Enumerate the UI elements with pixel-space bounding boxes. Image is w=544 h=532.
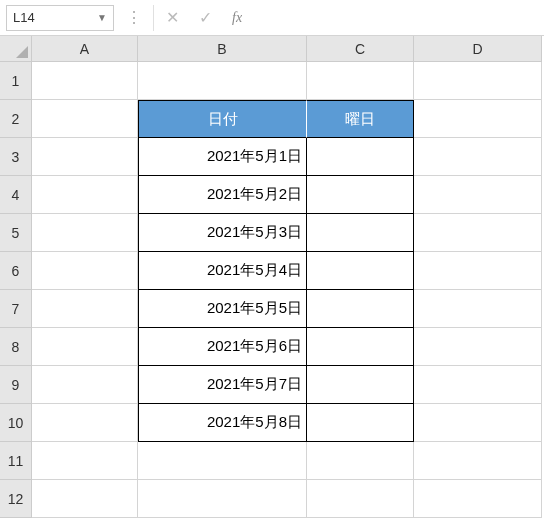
cell-date-1[interactable]: 2021年5月2日 (138, 176, 307, 214)
cell-weekday-6[interactable] (307, 366, 414, 404)
cell-a12[interactable] (32, 480, 138, 518)
cell-d9[interactable] (414, 366, 542, 404)
formula-input[interactable] (262, 5, 538, 31)
cell-a10[interactable] (32, 404, 138, 442)
cell-d6[interactable] (414, 252, 542, 290)
cell-weekday-2[interactable] (307, 214, 414, 252)
name-box-dropdown-icon[interactable]: ▼ (97, 12, 107, 23)
cell-date-2[interactable]: 2021年5月3日 (138, 214, 307, 252)
cell-a9[interactable] (32, 366, 138, 404)
row-header-6[interactable]: 6 (0, 252, 32, 290)
cell-d8[interactable] (414, 328, 542, 366)
table-header-weekday[interactable]: 曜日 (307, 100, 414, 138)
grid-row-2: 日付 曜日 (32, 100, 542, 138)
cancel-icon[interactable]: ✕ (166, 8, 179, 27)
row-header-1[interactable]: 1 (0, 62, 32, 100)
cell-c1[interactable] (307, 62, 414, 100)
row-header-11[interactable]: 11 (0, 442, 32, 480)
grid-row-10: 2021年5月8日 (32, 404, 542, 442)
row-header-2[interactable]: 2 (0, 100, 32, 138)
cell-date-7[interactable]: 2021年5月8日 (138, 404, 307, 442)
cell-c11[interactable] (307, 442, 414, 480)
cell-d7[interactable] (414, 290, 542, 328)
grid-row-3: 2021年5月1日 (32, 138, 542, 176)
col-header-a[interactable]: A (32, 36, 138, 62)
row-header-5[interactable]: 5 (0, 214, 32, 252)
cell-a6[interactable] (32, 252, 138, 290)
cell-a11[interactable] (32, 442, 138, 480)
cell-grid: 日付 曜日 2021年5月1日 2021年5月2日 2021年5月3日 2021… (32, 62, 542, 518)
cell-b1[interactable] (138, 62, 307, 100)
row-header-4[interactable]: 4 (0, 176, 32, 214)
row-header-12[interactable]: 12 (0, 480, 32, 518)
grid-row-7: 2021年5月5日 (32, 290, 542, 328)
cell-a1[interactable] (32, 62, 138, 100)
cell-a5[interactable] (32, 214, 138, 252)
col-header-b[interactable]: B (138, 36, 307, 62)
cell-weekday-4[interactable] (307, 290, 414, 328)
cell-weekday-0[interactable] (307, 138, 414, 176)
cell-a4[interactable] (32, 176, 138, 214)
grid-row-11 (32, 442, 542, 480)
cell-date-0[interactable]: 2021年5月1日 (138, 138, 307, 176)
cell-weekday-7[interactable] (307, 404, 414, 442)
col-header-d[interactable]: D (414, 36, 542, 62)
row-header-9[interactable]: 9 (0, 366, 32, 404)
confirm-icon[interactable]: ✓ (199, 8, 212, 27)
grid-row-12 (32, 480, 542, 518)
col-header-c[interactable]: C (307, 36, 414, 62)
cell-d4[interactable] (414, 176, 542, 214)
cell-weekday-5[interactable] (307, 328, 414, 366)
cell-c12[interactable] (307, 480, 414, 518)
cell-a3[interactable] (32, 138, 138, 176)
grid-row-1 (32, 62, 542, 100)
grid-row-4: 2021年5月2日 (32, 176, 542, 214)
cell-d1[interactable] (414, 62, 542, 100)
column-headers: A B C D (32, 36, 542, 62)
formula-bar: L14 ▼ ⋮ ✕ ✓ fx (0, 0, 544, 36)
cell-d2[interactable] (414, 100, 542, 138)
cell-weekday-3[interactable] (307, 252, 414, 290)
grid-row-5: 2021年5月3日 (32, 214, 542, 252)
row-headers: 1 2 3 4 5 6 7 8 9 10 11 12 (0, 62, 32, 518)
table-header-date[interactable]: 日付 (138, 100, 307, 138)
cell-d10[interactable] (414, 404, 542, 442)
cell-d12[interactable] (414, 480, 542, 518)
cell-date-3[interactable]: 2021年5月4日 (138, 252, 307, 290)
cell-date-4[interactable]: 2021年5月5日 (138, 290, 307, 328)
cell-date-5[interactable]: 2021年5月6日 (138, 328, 307, 366)
name-box[interactable]: L14 ▼ (6, 5, 114, 31)
cell-weekday-1[interactable] (307, 176, 414, 214)
cell-a8[interactable] (32, 328, 138, 366)
cell-d11[interactable] (414, 442, 542, 480)
row-header-7[interactable]: 7 (0, 290, 32, 328)
grid-row-8: 2021年5月6日 (32, 328, 542, 366)
name-box-value: L14 (13, 10, 97, 25)
cell-d3[interactable] (414, 138, 542, 176)
row-header-3[interactable]: 3 (0, 138, 32, 176)
cell-b12[interactable] (138, 480, 307, 518)
cell-b11[interactable] (138, 442, 307, 480)
select-all-corner[interactable] (0, 36, 32, 62)
cell-a2[interactable] (32, 100, 138, 138)
fx-icon[interactable]: fx (232, 10, 242, 26)
cell-a7[interactable] (32, 290, 138, 328)
cell-date-6[interactable]: 2021年5月7日 (138, 366, 307, 404)
grid-row-9: 2021年5月7日 (32, 366, 542, 404)
grid-row-6: 2021年5月4日 (32, 252, 542, 290)
formula-bar-buttons: ✕ ✓ fx (153, 5, 254, 31)
row-header-10[interactable]: 10 (0, 404, 32, 442)
dots-separator: ⋮ (122, 8, 145, 27)
cell-d5[interactable] (414, 214, 542, 252)
row-header-8[interactable]: 8 (0, 328, 32, 366)
